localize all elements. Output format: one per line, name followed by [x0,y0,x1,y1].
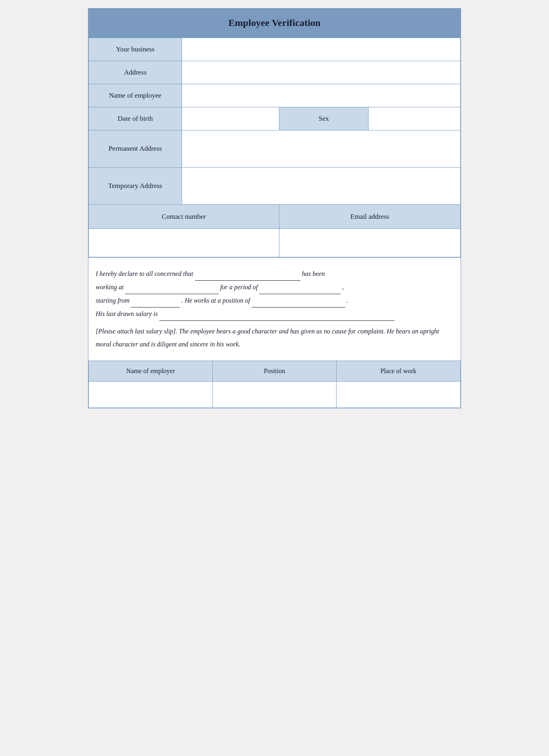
your-business-label: Your business [89,38,182,61]
employee-verification-form: Employee Verification Your business Addr… [88,8,461,408]
name-of-employee-value[interactable] [182,84,461,107]
main-table: Your business Address Name of employee D… [88,38,461,257]
position-value[interactable] [212,382,337,408]
temporary-address-value[interactable] [182,167,461,205]
bottom-value-row [89,382,461,408]
name-of-employer-label: Name of employer [89,361,213,382]
your-business-row: Your business [89,38,461,61]
permanent-address-value[interactable] [182,130,461,168]
declaration-line-3: starting from . He works at a position o… [96,294,453,308]
bottom-header-row: Name of employer Position Place of work [89,361,461,382]
bottom-table: Name of employer Position Place of work [88,361,461,408]
contact-number-value[interactable] [89,229,279,257]
name-of-employer-value[interactable] [89,382,213,408]
contact-email-header-row: Contact number Email address [89,205,461,229]
temporary-address-label: Temporary Address [89,167,182,205]
name-of-employee-row: Name of employee [89,84,461,107]
form-title: Employee Verification [88,9,461,38]
declaration-period-blank[interactable] [259,281,341,294]
declaration-line-2: working at for a period of , [96,281,453,294]
declaration-company-blank[interactable] [125,281,219,294]
position-label: Position [212,361,337,382]
declaration-name-blank[interactable] [195,267,300,281]
address-row: Address [89,61,461,84]
date-of-birth-value[interactable] [182,107,279,130]
permanent-address-label: Permanent Address [89,130,182,168]
email-address-label: Email address [279,205,461,229]
declaration-line-5: [Please attach last salary slip]. The em… [96,325,453,351]
address-label: Address [89,61,182,84]
dob-sex-row: Date of birth Sex [89,107,461,130]
email-address-value[interactable] [279,229,461,257]
date-of-birth-label: Date of birth [89,107,182,130]
declaration-position-blank[interactable] [252,294,345,308]
contact-email-value-row [89,229,461,257]
your-business-value[interactable] [182,38,461,61]
declaration-line-1: I hereby declare to all concerned that h… [96,267,453,281]
place-of-work-value[interactable] [337,382,461,408]
declaration-salary-blank[interactable] [159,308,395,321]
declaration-line-4: His last drawn salary is [96,308,453,321]
sex-label: Sex [279,107,369,130]
name-of-employee-label: Name of employee [89,84,182,107]
place-of-work-label: Place of work [337,361,461,382]
permanent-address-row: Permanent Address [89,130,461,168]
temporary-address-row: Temporary Address [89,167,461,205]
declaration-section: I hereby declare to all concerned that h… [88,257,461,361]
declaration-start-date-blank[interactable] [131,294,180,308]
contact-number-label: Contact number [89,205,279,229]
address-value[interactable] [182,61,461,84]
sex-value[interactable] [369,107,461,130]
